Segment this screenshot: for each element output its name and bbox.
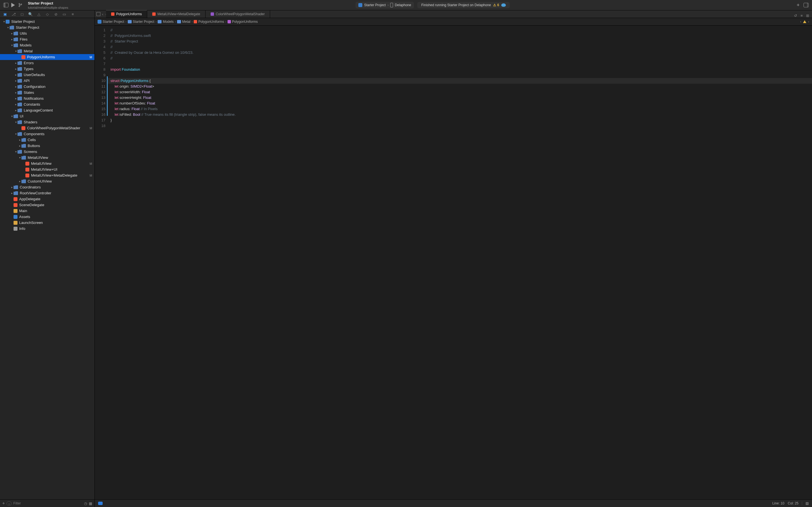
disclosure-icon[interactable]: ▾ xyxy=(18,156,21,159)
file-row[interactable]: ColorWheelPolygonMetalShaderM xyxy=(0,125,94,131)
code-line[interactable]: // Created by Oscar de la Hera Gomez on … xyxy=(110,50,812,55)
file-row[interactable]: ▸Configuration xyxy=(0,83,94,90)
disclosure-icon[interactable]: ▸ xyxy=(14,67,17,70)
cloud-icon[interactable] xyxy=(501,3,506,7)
disclosure-icon[interactable]: ▾ xyxy=(14,150,17,153)
recent-items-icon[interactable]: ↺ xyxy=(794,13,797,18)
file-tree[interactable]: ▾Starter Project▾Starter Project▸Utils▸F… xyxy=(0,18,94,499)
line-number[interactable]: 17 xyxy=(95,117,105,123)
code-line[interactable]: // xyxy=(110,55,812,61)
file-row[interactable]: ▸Files xyxy=(0,36,94,42)
file-row[interactable]: ▾Starter Project xyxy=(0,24,94,31)
line-number[interactable]: 15 xyxy=(95,106,105,112)
add-button[interactable]: + xyxy=(797,2,800,8)
debug-navigator-icon[interactable]: ⊘ xyxy=(54,12,58,16)
code-line[interactable]: let isFilled: Bool // True means its fil… xyxy=(110,112,812,117)
code-line[interactable]: let radius: Float // In Pixels xyxy=(110,106,812,112)
disclosure-icon[interactable]: ▸ xyxy=(14,73,17,76)
crumb[interactable]: Starter Project xyxy=(103,20,124,24)
disclosure-icon[interactable]: ▸ xyxy=(14,79,17,82)
crumb[interactable]: Metal xyxy=(182,20,190,24)
disclosure-icon[interactable]: ▸ xyxy=(18,138,21,142)
line-number[interactable]: 12 xyxy=(95,89,105,95)
file-row[interactable]: ▸Coordinators xyxy=(0,184,94,190)
file-row[interactable]: ▸LanguageContent xyxy=(0,107,94,113)
disclosure-icon[interactable]: ▸ xyxy=(14,85,17,88)
file-row[interactable]: ▸Cells xyxy=(0,137,94,143)
disclosure-icon[interactable]: ▾ xyxy=(14,121,17,124)
scm-filter-icon[interactable]: ▦ xyxy=(89,501,92,506)
crumb[interactable]: Models xyxy=(163,20,174,24)
code-line[interactable]: // Starter Project xyxy=(110,39,812,44)
prev-issue-icon[interactable]: ‹ xyxy=(800,20,801,24)
debug-area-toggle[interactable] xyxy=(98,502,103,505)
file-row[interactable]: ▸RootViewController xyxy=(0,190,94,196)
filter-scope-button[interactable]: ⌄ xyxy=(6,501,11,506)
file-row[interactable]: MetalUIView+MetalDelegateM xyxy=(0,172,94,178)
file-row[interactable]: AppDelegate xyxy=(0,196,94,202)
line-number[interactable]: 6 xyxy=(95,55,105,61)
file-row[interactable]: Assets xyxy=(0,214,94,220)
code-line[interactable]: } xyxy=(110,117,812,123)
issues-navigator-icon[interactable]: △ xyxy=(37,12,41,16)
disclosure-icon[interactable]: ▾ xyxy=(10,115,13,118)
file-row[interactable]: ▾Components xyxy=(0,131,94,137)
disclosure-icon[interactable]: ▸ xyxy=(10,191,13,194)
code-line[interactable]: // PolygonUniforms.swift xyxy=(110,33,812,39)
file-row[interactable]: ▸Buttons xyxy=(0,143,94,149)
line-number[interactable]: 9 xyxy=(95,72,105,78)
breakpoints-navigator-icon[interactable]: ▭ xyxy=(62,12,66,16)
recent-filter-icon[interactable]: ◷ xyxy=(84,501,87,506)
file-row[interactable]: ▸Notifications xyxy=(0,96,94,101)
code-line[interactable]: let origin: SIMD2<Float> xyxy=(110,83,812,89)
code-line[interactable]: import Foundation xyxy=(110,67,812,72)
code-line[interactable]: struct PolygonUniforms { xyxy=(108,78,812,83)
disclosure-icon[interactable]: ▾ xyxy=(14,50,17,53)
code-line[interactable]: let numberOfSides: Float xyxy=(110,101,812,106)
toggle-navigator-icon[interactable] xyxy=(3,3,8,7)
editor-tab[interactable]: PolygonUniforms xyxy=(106,10,147,18)
toggle-library-icon[interactable] xyxy=(804,3,809,7)
file-row[interactable]: MetalUIView+UI xyxy=(0,166,94,172)
file-row[interactable]: ▸Utils xyxy=(0,31,94,36)
project-navigator-icon[interactable]: ▣ xyxy=(3,12,7,16)
disclosure-icon[interactable]: ▸ xyxy=(14,103,17,106)
line-number[interactable]: 4 xyxy=(95,44,105,50)
code-line[interactable]: let screenWidth: Float xyxy=(110,89,812,95)
file-row[interactable]: ▸Errors xyxy=(0,60,94,66)
code-line[interactable] xyxy=(110,72,812,78)
line-number[interactable]: 18 xyxy=(95,123,105,129)
line-number[interactable]: 3 xyxy=(95,39,105,44)
source-control-navigator-icon[interactable]: ⎇ xyxy=(11,12,16,16)
code-line[interactable] xyxy=(110,123,812,129)
file-row[interactable]: ▾Starter Project xyxy=(0,18,94,24)
file-row[interactable]: ▾Metal xyxy=(0,48,94,54)
editor-options-icon[interactable]: ≡ xyxy=(801,13,803,18)
code-editor[interactable]: 123456789101112131415161718 //// Polygon… xyxy=(95,25,812,499)
file-row[interactable]: ▸CustomUIView xyxy=(0,178,94,184)
add-editor-icon[interactable]: ⊞ xyxy=(806,13,809,18)
line-number[interactable]: 10 xyxy=(95,78,105,83)
file-row[interactable]: ▾MetalUIView xyxy=(0,155,94,161)
file-row[interactable]: ▸UserDefaults xyxy=(0,72,94,78)
line-number[interactable]: 7 xyxy=(95,61,105,67)
file-row[interactable]: Main xyxy=(0,208,94,214)
editor-tab[interactable]: MetalUIView+MetalDelegate xyxy=(147,10,206,18)
file-row[interactable]: ▸Constants xyxy=(0,101,94,107)
crumb[interactable]: Starter Project xyxy=(133,20,154,24)
disclosure-icon[interactable]: ▸ xyxy=(18,180,21,183)
file-row[interactable]: LaunchScreen xyxy=(0,220,94,226)
warning-icon[interactable] xyxy=(803,20,806,23)
code-line[interactable]: // xyxy=(110,27,812,33)
crumb[interactable]: PolygonUniforms xyxy=(232,20,258,24)
filter-input[interactable] xyxy=(13,501,82,505)
file-row[interactable]: ▾Screens xyxy=(0,149,94,155)
reports-navigator-icon[interactable]: ≡ xyxy=(70,12,75,16)
minimap-toggle-icon[interactable]: ▤ xyxy=(806,501,809,505)
line-number[interactable]: 1 xyxy=(95,27,105,33)
bookmarks-navigator-icon[interactable]: ◻ xyxy=(20,12,24,16)
file-row[interactable]: ▾UI xyxy=(0,113,94,119)
file-row[interactable]: MetalUIViewM xyxy=(0,161,94,166)
line-number[interactable]: 16 xyxy=(95,112,105,117)
disclosure-icon[interactable]: ▸ xyxy=(14,109,17,112)
